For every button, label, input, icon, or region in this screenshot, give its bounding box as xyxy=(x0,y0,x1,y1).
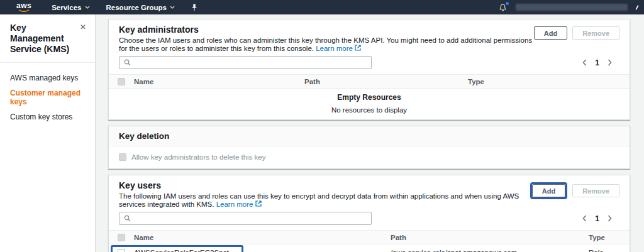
notifications-bell-icon[interactable] xyxy=(499,3,507,12)
next-page-icon[interactable] xyxy=(608,59,612,66)
column-header-path: Path xyxy=(304,78,468,85)
key-administrators-header: Key administrators Choose the IAM users … xyxy=(119,25,534,53)
select-all-checkbox[interactable] xyxy=(118,78,125,85)
kms-console-page: aws Services Resource Groups xyxy=(0,0,644,252)
search-input[interactable] xyxy=(119,56,372,69)
empty-state: Empty Resources No resources to display xyxy=(109,89,630,119)
key-administrators-description: Choose the IAM users and roles who can a… xyxy=(119,36,534,53)
allow-deletion-label: Allow key administrators to delete this … xyxy=(131,153,265,161)
nav-resource-groups-menu[interactable]: Resource Groups xyxy=(106,4,175,11)
notification-dot xyxy=(506,2,509,5)
learn-more-link[interactable]: Learn more xyxy=(216,200,262,208)
column-header-name: Name xyxy=(134,78,304,85)
table-header-row: Name Path Type xyxy=(109,75,630,89)
pagination: 1 xyxy=(582,214,619,223)
nav-left-group: aws Services Resource Groups xyxy=(16,3,197,13)
nav-services-label: Services xyxy=(52,4,81,11)
search-text-field[interactable] xyxy=(135,58,367,67)
allow-deletion-checkbox[interactable] xyxy=(119,153,126,161)
nav-resource-groups-label: Resource Groups xyxy=(106,4,167,11)
sidebar-item-customer-managed-keys[interactable]: Customer managed keys xyxy=(0,85,95,109)
main-content: Key administrators Choose the IAM users … xyxy=(96,14,644,252)
empty-state-message: No resources to display xyxy=(109,106,630,114)
sidebar-divider xyxy=(0,62,95,63)
column-header-type: Type xyxy=(589,234,630,241)
sidebar-title: Key Management Service (KMS) xyxy=(10,23,73,55)
current-page[interactable]: 1 xyxy=(595,58,599,67)
chevron-down-icon xyxy=(85,6,90,9)
nav-services-menu[interactable]: Services xyxy=(52,4,89,11)
remove-button[interactable]: Remove xyxy=(572,26,619,40)
remove-button[interactable]: Remove xyxy=(572,184,619,197)
key-administrators-title: Key administrators xyxy=(119,25,534,35)
key-users-description: The following IAM users and roles can us… xyxy=(119,192,530,209)
search-text-field[interactable] xyxy=(135,214,367,223)
key-administrators-section: Key administrators Choose the IAM users … xyxy=(108,19,630,120)
select-all-checkbox[interactable] xyxy=(118,234,125,241)
pagination: 1 xyxy=(582,58,619,67)
cell-name: AWSServiceRoleForEC2Spot xyxy=(134,249,391,252)
row-checkbox[interactable] xyxy=(118,249,125,252)
table-header-row: Name Path Type xyxy=(109,231,630,244)
column-header-path: Path xyxy=(391,234,589,241)
aws-logo[interactable]: aws xyxy=(16,3,31,13)
sidebar-item-custom-key-stores[interactable]: Custom key stores xyxy=(0,109,95,124)
column-header-name: Name xyxy=(134,234,391,241)
close-icon[interactable]: ✕ xyxy=(80,23,86,55)
search-icon xyxy=(124,215,131,222)
current-page[interactable]: 1 xyxy=(595,214,599,223)
search-input[interactable] xyxy=(119,212,372,225)
annotation-highlight-add: Add xyxy=(530,182,567,199)
sidebar-nav: AWS managed keys Customer managed keys C… xyxy=(0,70,95,124)
key-deletion-section: Key deletion Allow key administrators to… xyxy=(108,126,630,169)
empty-state-title: Empty Resources xyxy=(109,93,630,102)
search-icon xyxy=(124,59,131,66)
cursor-mark xyxy=(635,4,639,9)
key-users-actions: Add Remove xyxy=(530,180,619,199)
pin-icon[interactable] xyxy=(191,4,197,11)
key-users-table: Name Path Type AWSServiceRoleForEC2Spot … xyxy=(109,230,630,252)
key-users-title: Key users xyxy=(119,180,530,191)
learn-more-link[interactable]: Learn more xyxy=(316,45,361,52)
cell-type: Role xyxy=(589,249,630,252)
previous-page-icon[interactable] xyxy=(582,59,587,66)
table-row[interactable]: AWSServiceRoleForEC2Spot /aws-service-ro… xyxy=(109,244,630,252)
cell-path: /aws-service-role/spot.amazonaws.com xyxy=(391,249,589,252)
chevron-down-icon xyxy=(170,6,175,9)
sidebar-item-aws-managed-keys[interactable]: AWS managed keys xyxy=(0,70,95,85)
add-button[interactable]: Add xyxy=(534,26,567,40)
aws-smile-icon xyxy=(18,9,30,13)
key-administrators-actions: Add Remove xyxy=(534,25,619,40)
redacted-account-info xyxy=(516,4,628,11)
key-administrators-table: Name Path Type Empty Resources No resour… xyxy=(109,74,630,119)
key-users-header: Key users The following IAM users and ro… xyxy=(119,180,530,209)
nav-right-group xyxy=(499,3,638,12)
next-page-icon[interactable] xyxy=(608,215,612,222)
key-users-section: Key users The following IAM users and ro… xyxy=(108,175,630,252)
add-button[interactable]: Add xyxy=(532,184,565,197)
kms-sidebar: Key Management Service (KMS) ✕ AWS manag… xyxy=(0,14,96,252)
sidebar-header: Key Management Service (KMS) ✕ xyxy=(0,14,95,55)
key-deletion-title: Key deletion xyxy=(109,126,630,146)
previous-page-icon[interactable] xyxy=(582,215,587,222)
external-link-icon xyxy=(255,200,262,207)
aws-logo-text: aws xyxy=(16,3,31,9)
external-link-icon xyxy=(355,45,361,51)
top-navigation-bar: aws Services Resource Groups xyxy=(0,0,644,14)
column-header-type: Type xyxy=(468,78,630,85)
